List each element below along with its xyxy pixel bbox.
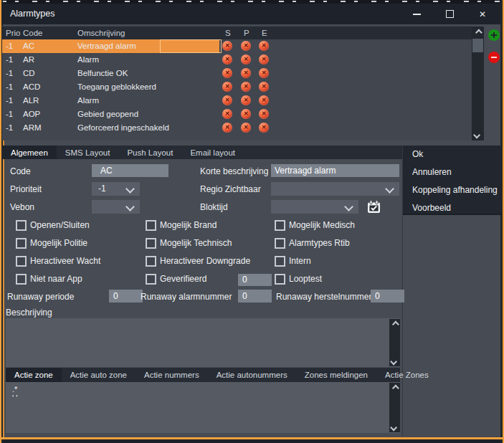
checkbox-label-heractiveer-downgrade: Heractiveer Downgrade — [160, 255, 250, 267]
table-scrollbar[interactable] — [472, 27, 484, 140]
checkbox-mogelijk-politie[interactable] — [16, 238, 27, 249]
status-cross-icon[interactable]: ✕ — [259, 54, 269, 65]
status-cross-icon[interactable]: ✕ — [259, 95, 269, 105]
tab-zones-meldingen[interactable]: Zones meldingen — [296, 368, 376, 382]
cell-code: ARM — [23, 121, 42, 135]
status-cross-icon[interactable]: ✕ — [222, 95, 232, 105]
scroll-down-button[interactable] — [472, 129, 484, 140]
prioriteit-select[interactable]: -1 — [92, 182, 140, 196]
checkbox-openen-sluiten[interactable] — [16, 220, 27, 231]
chevron-down-icon — [344, 202, 353, 211]
add-alarmtype-button[interactable] — [488, 29, 500, 41]
status-cross-icon[interactable]: ✕ — [259, 123, 269, 133]
table-row-cd[interactable]: -1CDBelfunctie OK✕✕✕ — [2, 67, 472, 80]
table-row-aop[interactable]: -1AOPGebied geopend✕✕✕ — [2, 108, 472, 121]
regio-zichtbaar-select[interactable] — [271, 182, 399, 196]
column-header-e: E — [262, 27, 267, 39]
checkbox-niet-naar-app[interactable] — [16, 274, 27, 285]
titlebar[interactable]: Alarmtypes ✕ — [1, 4, 500, 24]
status-cross-icon[interactable]: ✕ — [259, 68, 269, 78]
bloktijd-calendar-button[interactable] — [367, 200, 381, 214]
menu-item-ok[interactable]: Ok — [403, 146, 502, 163]
table-row-alr[interactable]: -1ALRAlarm✕✕✕ — [2, 94, 472, 108]
checkbox-mogelijk-medisch[interactable] — [275, 220, 285, 231]
cell-prio: -1 — [6, 39, 13, 53]
status-cross-icon[interactable]: ✕ — [259, 41, 269, 51]
scroll-up-button[interactable] — [472, 27, 484, 38]
maximize-button[interactable] — [433, 4, 466, 24]
column-header-p: P — [244, 27, 249, 39]
runaway-periode-input[interactable]: 0 — [109, 290, 143, 303]
checkbox-label-mogelijk-medisch: Mogelijk Medisch — [289, 219, 355, 231]
status-cross-icon[interactable]: ✕ — [222, 109, 232, 119]
runaway-alarmnummer-input[interactable]: 0 — [238, 290, 272, 303]
menu-item-voorbeeld[interactable]: Voorbeeld — [403, 199, 502, 217]
checkbox-label-intern: Intern — [289, 255, 311, 267]
checkbox-geverifieerd[interactable] — [146, 274, 156, 285]
menu-item-annuleren[interactable]: Annuleren — [403, 163, 502, 181]
tab-algemeen[interactable]: Algemeen — [2, 146, 57, 159]
scroll-down-button[interactable] — [389, 356, 400, 366]
tab-actie-auto-zone[interactable]: Actie auto zone — [62, 368, 135, 382]
beschrijving-scrollbar[interactable] — [389, 319, 400, 366]
checkbox-heractiveer-wacht[interactable] — [16, 256, 27, 267]
status-cross-icon[interactable]: ✕ — [241, 95, 251, 105]
table-row-ar[interactable]: -1ARAlarm✕✕✕ — [2, 53, 472, 67]
status-cross-icon[interactable]: ✕ — [241, 54, 251, 65]
scroll-up-button[interactable] — [389, 319, 400, 329]
close-icon: ✕ — [479, 9, 486, 19]
tab-actie-zone[interactable]: Actie zone — [6, 368, 62, 382]
table-row-arm[interactable]: -1ARMGeforceerd ingeschakeld✕✕✕ — [2, 121, 472, 135]
tab-email-layout[interactable]: Email layout — [181, 146, 244, 159]
bloktijd-select[interactable] — [271, 200, 358, 214]
close-button[interactable]: ✕ — [466, 4, 499, 24]
menu-item-koppeling-afhandeling[interactable]: Koppeling afhandeling — [403, 181, 502, 199]
table-row-ac[interactable]: -1ACVertraagd alarm✕✕✕ — [2, 39, 472, 53]
beschrijving-textarea[interactable] — [6, 318, 400, 367]
scroll-up-button[interactable] — [389, 383, 400, 393]
runaway-herstelnummer-input[interactable]: 0 — [371, 290, 404, 303]
status-cross-icon[interactable]: ✕ — [259, 109, 269, 119]
status-cross-icon[interactable]: ✕ — [241, 109, 251, 119]
checkbox-label-mogelijk-brand: Mogelijk Brand — [160, 219, 217, 231]
checkbox-alarmtypes-rtib[interactable] — [275, 238, 285, 249]
status-cross-icon[interactable]: ✕ — [222, 41, 232, 51]
status-cross-icon[interactable]: ✕ — [241, 123, 251, 133]
remove-alarmtype-button[interactable] — [488, 52, 500, 63]
geverifieerd-input[interactable]: 0 — [238, 274, 272, 286]
checkbox-intern[interactable] — [275, 256, 285, 267]
status-cross-icon[interactable]: ✕ — [259, 82, 269, 92]
checkbox-heractiveer-downgrade[interactable] — [146, 256, 156, 267]
korte-beschrijving-input[interactable]: Vertraagd alarm — [271, 164, 399, 177]
cell-omschrijving: Geforceerd ingeschakeld — [77, 121, 169, 135]
checkbox-mogelijk-brand[interactable] — [146, 220, 156, 231]
checkbox-mogelijk-technisch[interactable] — [146, 238, 156, 249]
maximize-icon — [446, 10, 454, 18]
status-cross-icon[interactable]: ✕ — [222, 123, 232, 133]
scrollbar-thumb[interactable] — [472, 39, 483, 52]
tab-sms-layout[interactable]: SMS Layout — [57, 146, 119, 159]
cell-code: CD — [23, 67, 35, 80]
status-cross-icon[interactable]: ✕ — [241, 68, 251, 78]
status-cross-icon[interactable]: ✕ — [241, 82, 251, 92]
actie-zone-textarea[interactable]: .* ' ' — [6, 382, 400, 433]
status-cross-icon[interactable]: ✕ — [222, 82, 232, 92]
screen: Alarmtypes ✕ PrioCodeOmschrijvingSPE -1A… — [0, 0, 504, 443]
status-cross-icon[interactable]: ✕ — [241, 41, 251, 51]
runaway-herstelnummer-label: Runaway herstelnummer — [276, 291, 371, 303]
checkbox-looptest[interactable] — [275, 274, 285, 285]
scroll-down-button[interactable] — [389, 422, 400, 432]
tab-actie-nummers[interactable]: Actie nummers — [135, 368, 208, 382]
tab-actie-zones[interactable]: Actie Zones — [376, 368, 437, 382]
actie-zone-scrollbar[interactable] — [389, 383, 400, 432]
chevron-down-icon — [390, 424, 397, 431]
tab-push-layout[interactable]: Push Layout — [118, 146, 181, 159]
korte-beschrijving-label: Korte beschrijving — [200, 166, 268, 177]
status-cross-icon[interactable]: ✕ — [222, 68, 232, 78]
status-cross-icon[interactable]: ✕ — [222, 54, 232, 65]
table-row-acd[interactable]: -1ACDToegang geblokkeerd✕✕✕ — [2, 80, 472, 94]
tab-actie-autonummers[interactable]: Actie autonummers — [208, 368, 296, 382]
code-input[interactable]: AC — [92, 164, 168, 177]
vebon-select[interactable] — [92, 200, 140, 214]
minimize-button[interactable] — [400, 4, 433, 24]
